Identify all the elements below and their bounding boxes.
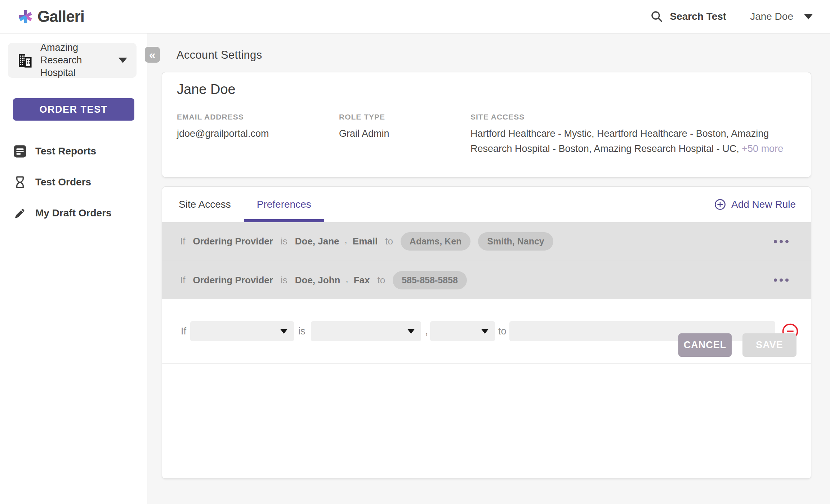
tab-preferences[interactable]: Preferences	[244, 187, 324, 222]
rule-row: If Ordering Provider is Doe, Jane , Emai…	[162, 222, 811, 261]
sidebar-item-test-reports[interactable]: Test Reports	[0, 140, 147, 162]
sidebar-item-label: Test Orders	[35, 176, 91, 188]
circle-plus-icon	[714, 198, 726, 211]
sidebar-collapse-button[interactable]: «	[145, 47, 160, 63]
rule-row: If Ordering Provider is Doe, John , Fax …	[162, 261, 811, 299]
site-selector-label: Amazing Research Hospital	[40, 41, 111, 79]
rule-if-label: If	[180, 275, 185, 286]
sidebar-item-label: My Draft Orders	[35, 207, 112, 219]
email-label: EMAIL ADDRESS	[177, 113, 321, 121]
rule-method: Email	[353, 236, 378, 247]
search-test-label: Search Test	[670, 11, 726, 22]
rule-is-label: is	[281, 236, 287, 247]
chevron-down-icon	[119, 58, 127, 63]
row-overflow-menu-icon[interactable]	[770, 275, 792, 285]
recipient-chip: Adams, Ken	[401, 232, 470, 251]
rule-to-label: to	[377, 275, 385, 286]
page-title: Account Settings	[177, 49, 262, 62]
site-selector-dropdown[interactable]: Amazing Research Hospital	[8, 43, 137, 78]
search-icon	[650, 10, 663, 23]
add-new-rule-button[interactable]: Add New Rule	[714, 187, 796, 222]
search-test-button[interactable]: Search Test	[650, 10, 726, 23]
galleri-logo-icon	[17, 8, 34, 26]
rule-if-label: If	[180, 236, 185, 247]
add-new-rule-label: Add New Rule	[731, 199, 796, 210]
site-access-label: SITE ACCESS	[470, 113, 801, 121]
user-menu[interactable]: Jane Doe	[750, 11, 813, 22]
rule-comma: ,	[345, 234, 347, 246]
profile-card: Jane Doe EMAIL ADDRESS jdoe@grailportal.…	[162, 72, 811, 177]
sidebar-nav: Test Reports Test Orders My Draft Orders	[0, 140, 147, 224]
editor-actions: CANCEL SAVE	[162, 333, 811, 357]
rule-method: Fax	[354, 275, 370, 286]
report-icon	[13, 145, 27, 158]
order-test-button[interactable]: ORDER TEST	[13, 98, 134, 121]
sidebar: Amazing Research Hospital ORDER TEST Tes…	[0, 33, 147, 504]
divider	[162, 363, 811, 364]
preferences-card: Site Access Preferences Add New Rule If …	[162, 186, 811, 479]
cancel-button[interactable]: CANCEL	[678, 333, 732, 357]
app-header: Galleri Search Test Jane Doe	[0, 0, 830, 33]
rule-value: Doe, Jane	[295, 236, 339, 247]
tab-site-access[interactable]: Site Access	[166, 187, 244, 222]
site-access-more-link[interactable]: +50 more	[742, 143, 783, 154]
rule-field: Ordering Provider	[193, 236, 273, 247]
sidebar-item-my-draft-orders[interactable]: My Draft Orders	[0, 202, 147, 224]
recipient-chip: Smith, Nancy	[478, 232, 553, 251]
role-value: Grail Admin	[339, 126, 454, 141]
row-overflow-menu-icon[interactable]	[770, 236, 792, 247]
user-name: Jane Doe	[750, 11, 793, 22]
site-access-value: Hartford Healthcare - Mystic, Heartford …	[470, 128, 769, 154]
sidebar-item-test-orders[interactable]: Test Orders	[0, 171, 147, 193]
logo-wordmark: Galleri	[37, 8, 84, 26]
app-logo: Galleri	[17, 8, 84, 26]
site-access-field: SITE ACCESS Hartford Healthcare - Mystic…	[470, 113, 801, 157]
pencil-icon	[13, 207, 27, 220]
email-field: EMAIL ADDRESS jdoe@grailportal.com	[177, 113, 321, 141]
rule-to-label: to	[385, 236, 393, 247]
sidebar-item-label: Test Reports	[35, 145, 96, 157]
rule-comma: ,	[345, 273, 348, 284]
role-field: ROLE TYPE Grail Admin	[339, 113, 454, 141]
chevron-down-icon	[804, 14, 813, 19]
recipient-chip: 585-858-5858	[393, 271, 467, 289]
rule-is-label: is	[281, 275, 287, 286]
save-button[interactable]: SAVE	[742, 333, 796, 357]
hospital-building-icon	[17, 53, 32, 68]
rule-field: Ordering Provider	[193, 275, 273, 286]
tab-bar: Site Access Preferences Add New Rule	[162, 187, 811, 222]
rule-value: Doe, John	[295, 275, 340, 286]
profile-name: Jane Doe	[177, 82, 236, 97]
main-content: « Account Settings Jane Doe EMAIL ADDRES…	[148, 33, 830, 504]
email-value: jdoe@grailportal.com	[177, 126, 321, 141]
role-label: ROLE TYPE	[339, 113, 454, 121]
hourglass-icon	[13, 176, 27, 189]
